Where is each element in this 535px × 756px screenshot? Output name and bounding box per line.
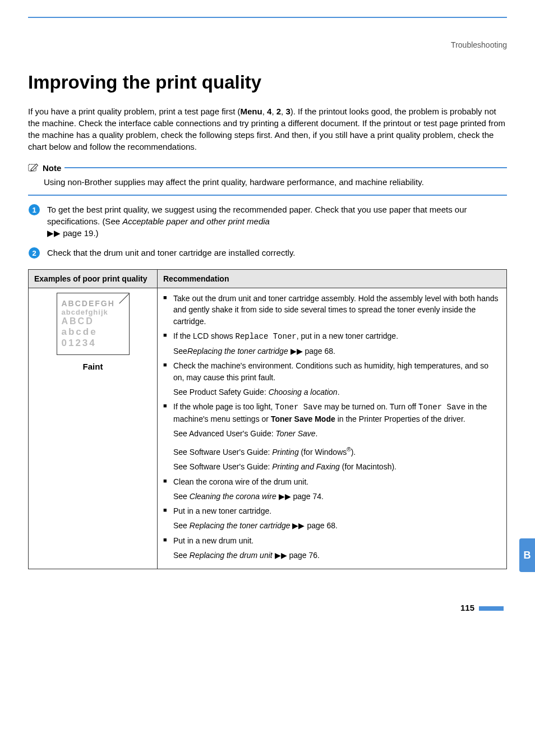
example-cell: ABCDEFGH abcdefghijk ABCD abcde 01234 Fa…	[29, 288, 158, 569]
rec-bold: Toner Save Mode	[271, 414, 335, 423]
rec-text: See Product Safety Guide:	[173, 388, 269, 397]
step-1: 1 To get the best print quality, we sugg…	[28, 204, 507, 239]
rec-text: page 74.	[293, 492, 324, 501]
step-2: 2 Check that the drum unit and toner car…	[28, 247, 507, 259]
rec-ref: Replacing the toner cartridge	[190, 521, 290, 530]
step-2-text: Check that the drum unit and toner cartr…	[47, 247, 295, 259]
rec-text: See Software User's Guide:	[173, 448, 272, 457]
rec-text: See	[173, 492, 190, 501]
appendix-tab: B	[519, 538, 535, 572]
list-item: See Software User's Guide: Printing and …	[163, 461, 501, 472]
list-item: SeeReplacing the toner cartridge ▶▶ page…	[163, 345, 501, 357]
rec-text: may be turned on. Turn off	[322, 402, 418, 411]
rec-text: .	[316, 429, 318, 438]
sample-l4: abcde	[62, 326, 124, 338]
page-number-bar	[479, 606, 504, 611]
intro-sep1: ,	[262, 107, 267, 116]
svg-text:2: 2	[32, 249, 36, 257]
rec-arrows: ▶▶	[288, 347, 305, 356]
step-1-text: To get the best print quality, we sugges…	[47, 204, 507, 239]
rec-arrows: ▶▶	[290, 521, 307, 530]
rec-ref: Choosing a location	[269, 388, 338, 397]
rec-text: See Software User's Guide:	[173, 462, 272, 471]
intro-key-2: 2	[276, 107, 281, 116]
intro-text-1: If you have a print quality problem, pri…	[28, 107, 241, 116]
quality-table: Examples of poor print quality Recommend…	[28, 269, 507, 569]
intro-paragraph: If you have a print quality problem, pri…	[28, 105, 507, 153]
rec-arrows: ▶▶	[273, 551, 289, 560]
rec-ref: Printing and Faxing	[272, 462, 340, 471]
step-badge-2: 2	[28, 247, 40, 259]
rec-text: See	[173, 347, 187, 356]
list-item: Clean the corona wire of the drum unit.	[163, 476, 501, 487]
sample-page-icon: ABCDEFGH abcdefghijk ABCD abcde 01234	[57, 293, 130, 355]
breadcrumb: Troubleshooting	[28, 40, 507, 49]
rec-ref: Printing	[272, 448, 298, 457]
rec-ref: Cleaning the corona wire	[190, 492, 276, 501]
list-item: See Advanced User's Guide: Toner Save.	[163, 428, 501, 439]
list-item: If the LCD shows Replace Toner, put in a…	[163, 330, 501, 342]
page-title: Improving the print quality	[28, 72, 507, 93]
rec-text: page 68.	[307, 521, 338, 530]
table-row: ABCDEFGH abcdefghijk ABCD abcde 01234 Fa…	[29, 288, 507, 569]
rec-text: If the LCD shows	[173, 331, 236, 340]
list-item: Take out the drum unit and toner cartrid…	[163, 293, 501, 327]
rec-text: ).	[351, 448, 356, 457]
rec-sup: ®	[347, 446, 350, 453]
list-item: Put in a new drum unit.	[163, 535, 501, 546]
step-1-arrows: ▶▶	[47, 228, 61, 238]
rec-ref: Toner Save	[275, 429, 315, 438]
rec-ref: Replacing the drum unit	[190, 551, 273, 560]
recommendation-list: Take out the drum unit and toner cartrid…	[163, 293, 501, 561]
rec-text: See	[173, 521, 190, 530]
intro-key-3: 3	[285, 107, 290, 116]
intro-menu: Menu	[241, 107, 262, 116]
step-badge-1: 1	[28, 204, 40, 216]
list-item: See Software User's Guide: Printing (for…	[163, 446, 501, 458]
rec-mono: Replace Toner	[236, 332, 297, 341]
svg-text:1: 1	[32, 206, 36, 214]
rec-arrows: ▶▶	[276, 492, 293, 501]
sample-l1: ABCDEFGH	[62, 299, 124, 308]
list-item: If the whole page is too light, Toner Sa…	[163, 401, 501, 425]
example-label: Faint	[34, 362, 151, 371]
rec-text: .	[338, 388, 340, 397]
sample-l3: ABCD	[62, 316, 124, 326]
rec-text: See	[173, 551, 190, 560]
table-header-recommendation: Recommendation	[158, 270, 507, 288]
sample-l2: abcdefghijk	[62, 308, 124, 316]
rec-text: page 68.	[305, 347, 335, 356]
rec-text: See Advanced User's Guide:	[173, 429, 275, 438]
sample-l5: 01234	[62, 338, 124, 349]
rec-text: (for Windows	[299, 448, 347, 457]
top-rule	[28, 17, 507, 18]
rec-text: If the whole page is too light,	[173, 402, 275, 411]
recommendation-cell: Take out the drum unit and toner cartrid…	[158, 288, 507, 569]
rec-mono: Toner Save	[275, 403, 322, 412]
page-number-area: 115	[28, 603, 507, 612]
table-header-examples: Examples of poor print quality	[29, 270, 158, 288]
list-item: See Replacing the drum unit ▶▶ page 76.	[163, 550, 501, 561]
rec-text: page 76.	[289, 551, 320, 560]
list-item: Put in a new toner cartridge.	[163, 505, 501, 517]
list-item: Check the machine's environment. Conditi…	[163, 360, 501, 383]
note-body: Using non-Brother supplies may affect th…	[28, 176, 507, 188]
list-item: See Replacing the toner cartridge ▶▶ pag…	[163, 520, 501, 531]
note-rule	[64, 167, 507, 168]
list-item: See Cleaning the corona wire ▶▶ page 74.	[163, 491, 501, 502]
rec-text: , put in a new toner cartridge.	[297, 331, 398, 340]
rec-mono: Toner Save	[418, 403, 465, 412]
note-title: Note	[43, 163, 61, 173]
rec-text: (for Macintosh).	[340, 462, 396, 471]
pencil-note-icon	[28, 163, 39, 173]
rec-ref: Replacing the toner cartridge	[187, 347, 288, 356]
list-item: See Product Safety Guide: Choosing a loc…	[163, 386, 501, 398]
rec-text: in the Printer Properties of the driver.	[335, 414, 465, 423]
step-1-ref: Acceptable paper and other print media	[122, 216, 270, 226]
step-1-page: page 19.)	[61, 228, 99, 238]
intro-sep2: ,	[271, 107, 276, 116]
page-number: 115	[460, 603, 474, 612]
note-block: Note Using non-Brother supplies may affe…	[28, 163, 507, 196]
